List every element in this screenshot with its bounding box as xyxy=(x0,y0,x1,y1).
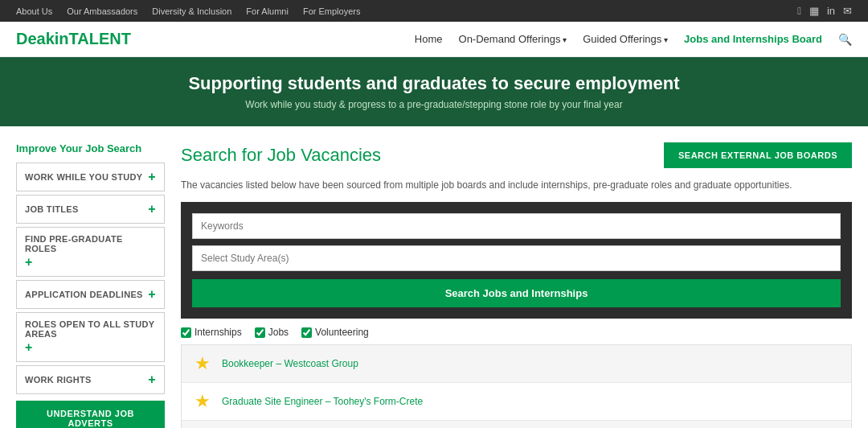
accordion-plus-0: + xyxy=(148,170,156,184)
logo-part2: TALENT xyxy=(69,30,131,47)
checkbox-jobs[interactable] xyxy=(255,327,265,338)
search-box: Search Jobs and Internships xyxy=(181,202,852,319)
hero-heading: Supporting students and graduates to sec… xyxy=(32,73,836,94)
job-item[interactable]: ★Bookkeeper – Westcoast Group xyxy=(182,345,851,383)
alumni-link[interactable]: For Alumni xyxy=(246,6,289,16)
facebook-icon[interactable]:  xyxy=(797,5,801,17)
sidebar: Improve Your Job Search WORK WHILE YOU S… xyxy=(16,142,165,428)
accordion-label-5: WORK RIGHTS xyxy=(25,375,92,385)
job-item[interactable]: ★Casual Service Desk Analyst – Deakin Un… xyxy=(182,421,851,428)
filter-volunteering[interactable]: Volunteering xyxy=(301,327,369,338)
external-job-boards-button[interactable]: SEARCH EXTERNAL JOB BOARDS xyxy=(664,142,852,168)
diversity-link[interactable]: Diversity & Inclusion xyxy=(152,6,231,16)
star-icon: ★ xyxy=(191,390,214,413)
checkbox-volunteering[interactable] xyxy=(301,327,312,338)
nav-on-demand[interactable]: On-Demand Offerings xyxy=(459,33,567,45)
logo-part1: Deakin xyxy=(16,30,69,47)
filter-internships[interactable]: Internships xyxy=(181,327,242,338)
main-nav: DeakinTALENT Home On-Demand Offerings Gu… xyxy=(0,22,868,57)
filter-jobs[interactable]: Jobs xyxy=(255,327,289,338)
accordion-plus-4: + xyxy=(25,340,33,355)
logo: DeakinTALENT xyxy=(16,30,131,48)
accordion-label-2: FIND PRE-GRADUATE ROLES xyxy=(25,234,156,253)
job-item[interactable]: ★Graduate Site Engineer – Toohey's Form-… xyxy=(182,383,851,421)
keywords-input[interactable] xyxy=(192,213,841,239)
filter-volunteering-label: Volunteering xyxy=(315,327,369,338)
accordion-all-study-areas[interactable]: ROLES OPEN TO ALL STUDY AREAS + xyxy=(16,312,165,362)
hero-subtext: Work while you study & progress to a pre… xyxy=(32,99,836,110)
about-us-link[interactable]: About Us xyxy=(16,6,52,16)
job-title[interactable]: Bookkeeper – Westcoast Group xyxy=(222,358,358,369)
search-title: Search for Job Vacancies xyxy=(181,145,381,166)
top-bar: About Us Our Ambassadors Diversity & Inc… xyxy=(0,0,868,22)
search-header: Search for Job Vacancies SEARCH EXTERNAL… xyxy=(181,142,852,168)
job-title[interactable]: Graduate Site Engineer – Toohey's Form-C… xyxy=(222,396,423,407)
checkbox-internships[interactable] xyxy=(181,327,191,338)
content-wrapper: Improve Your Job Search WORK WHILE YOU S… xyxy=(0,126,868,428)
accordion-job-titles[interactable]: JOB TITLES + xyxy=(16,195,165,224)
filter-jobs-label: Jobs xyxy=(268,327,289,338)
filter-internships-label: Internships xyxy=(194,327,242,338)
ambassadors-link[interactable]: Our Ambassadors xyxy=(67,6,137,16)
filter-row: Internships Jobs Volunteering xyxy=(181,327,852,338)
accordion-plus-2: + xyxy=(25,255,33,270)
search-description: The vacancies listed below have been sou… xyxy=(181,178,852,192)
accordion-plus-3: + xyxy=(148,287,156,302)
nav-jobs-board[interactable]: Jobs and Internships Board xyxy=(684,33,822,45)
nav-home[interactable]: Home xyxy=(415,33,443,45)
nav-guided[interactable]: Guided Offerings xyxy=(583,33,668,45)
email-icon[interactable]: ✉ xyxy=(843,5,852,17)
search-jobs-button[interactable]: Search Jobs and Internships xyxy=(192,279,841,307)
accordion-pre-graduate[interactable]: FIND PRE-GRADUATE ROLES + xyxy=(16,227,165,277)
accordion-deadlines[interactable]: APPLICATION DEADLINES + xyxy=(16,280,165,309)
accordion-label-4: ROLES OPEN TO ALL STUDY AREAS xyxy=(25,319,156,339)
accordion-work-rights[interactable]: WORK RIGHTS + xyxy=(16,365,165,394)
employers-link[interactable]: For Employers xyxy=(303,6,361,16)
accordion-plus-1: + xyxy=(148,202,156,216)
main-content: Search for Job Vacancies SEARCH EXTERNAL… xyxy=(181,142,852,428)
study-area-input[interactable] xyxy=(192,245,841,271)
hero-banner: Supporting students and graduates to sec… xyxy=(0,57,868,126)
instagram-icon[interactable]: ▦ xyxy=(809,5,819,17)
accordion-plus-5: + xyxy=(148,372,156,387)
accordion-label-0: WORK WHILE YOU STUDY xyxy=(25,172,142,182)
top-bar-links: About Us Our Ambassadors Diversity & Inc… xyxy=(16,6,360,16)
accordion-label-3: APPLICATION DEADLINES xyxy=(25,290,143,299)
accordion-label-1: JOB TITLES xyxy=(25,204,79,214)
accordion-work-while-study[interactable]: WORK WHILE YOU STUDY + xyxy=(16,163,165,191)
nav-links: Home On-Demand Offerings Guided Offering… xyxy=(415,33,852,46)
star-icon: ★ xyxy=(191,352,214,375)
understand-job-adverts-button[interactable]: UNDERSTAND JOB ADVERTS xyxy=(16,401,165,428)
sidebar-title: Improve Your Job Search xyxy=(16,142,165,154)
job-list: ★Bookkeeper – Westcoast Group★Graduate S… xyxy=(181,344,852,428)
search-icon[interactable]: 🔍 xyxy=(838,33,852,46)
social-icons:  ▦ in ✉ xyxy=(797,5,852,17)
linkedin-icon[interactable]: in xyxy=(827,5,835,17)
